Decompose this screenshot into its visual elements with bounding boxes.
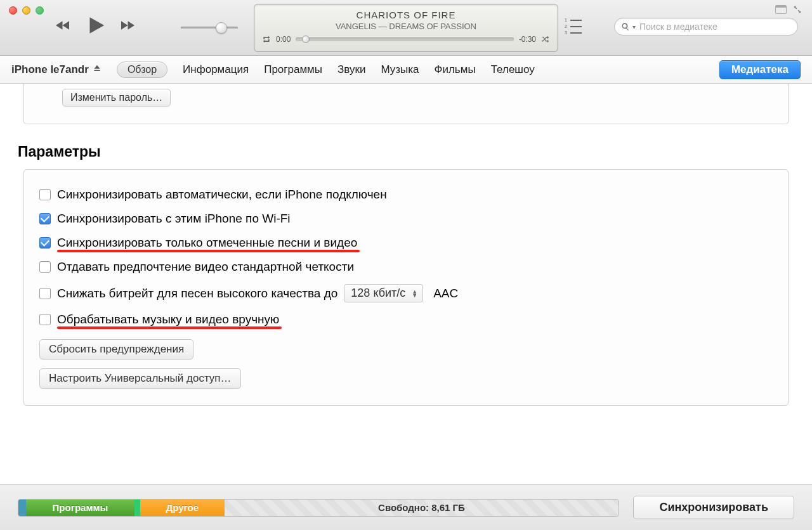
track-subtitle: VANGELIS — DREAMS OF PASSION (262, 22, 550, 31)
scrubber[interactable] (296, 37, 513, 41)
option-row-1: Синхронизировать с этим iPhone по Wi-Fi (39, 207, 773, 231)
volume-slider[interactable] (181, 24, 238, 29)
minimize-window-button[interactable] (22, 6, 30, 15)
option-checkbox-1[interactable] (39, 213, 51, 224)
search-field[interactable]: ▾ (614, 18, 798, 36)
sync-button[interactable]: Синхронизировать (633, 496, 794, 519)
playback-controls (51, 13, 140, 38)
bitrate-codec-label: AAC (433, 287, 458, 301)
search-menu-chevron-icon[interactable]: ▾ (632, 23, 636, 30)
previous-button[interactable] (51, 13, 76, 38)
options-heading: Параметры (18, 143, 794, 160)
time-remaining: -0:30 (519, 35, 536, 44)
option-checkbox-0[interactable] (39, 189, 51, 200)
option-label-3: Отдавать предпочтение видео стандартной … (57, 260, 354, 274)
tab-movies[interactable]: Фильмы (435, 63, 476, 76)
option-label-0: Синхронизировать автоматически, если iPh… (57, 188, 387, 202)
option-checkbox-2[interactable] (39, 237, 51, 249)
tab-summary[interactable]: Обзор (117, 61, 167, 78)
now-playing-display: CHARIOTS OF FIRE VANGELIS — DREAMS OF PA… (254, 4, 558, 52)
device-tabs: iPhone le7andr Обзор Информация Программ… (0, 56, 812, 84)
option-checkbox-5[interactable] (39, 314, 51, 325)
change-password-button[interactable]: Изменить пароль… (62, 89, 171, 107)
option-row-5: Обрабатывать музыку и видео вручную (39, 307, 773, 332)
tab-info[interactable]: Информация (183, 63, 249, 76)
option-label-4: Снижать битрейт для песен высокого качес… (57, 287, 337, 301)
capacity-seg-misc (134, 500, 140, 516)
eject-button[interactable] (93, 63, 102, 76)
option-label-1: Синхронизировать с этим iPhone по Wi-Fi (57, 212, 291, 226)
options-panel: Синхронизировать автоматически, если iPh… (23, 169, 789, 406)
next-button[interactable] (114, 13, 140, 38)
track-title: CHARIOTS OF FIRE (262, 10, 550, 20)
capacity-seg-audio (18, 500, 26, 516)
backup-panel-tail: Изменить пароль… (23, 84, 789, 124)
universal-access-button[interactable]: Настроить Универсальный доступ… (39, 368, 241, 389)
window-controls (9, 6, 44, 15)
capacity-bar: Программы Другое Свободно: 8,61 ГБ (18, 499, 619, 517)
repeat-icon[interactable] (262, 35, 271, 44)
bitrate-select[interactable]: 128 кбит/с▲▼ (344, 284, 423, 302)
miniplayer-button[interactable] (775, 5, 787, 14)
option-row-3: Отдавать предпочтение видео стандартной … (39, 255, 773, 279)
library-button[interactable]: Медиатека (719, 60, 801, 79)
time-elapsed: 0:00 (276, 35, 291, 44)
reset-warnings-button[interactable]: Сбросить предупреждения (39, 339, 193, 359)
tab-tvshows[interactable]: Телешоу (491, 63, 535, 76)
device-name: iPhone le7andr (11, 63, 102, 76)
title-bar: CHARIOTS OF FIRE VANGELIS — DREAMS OF PA… (0, 0, 812, 56)
bottom-bar: Программы Другое Свободно: 8,61 ГБ Синхр… (0, 484, 812, 530)
option-row-2: Синхронизировать только отмеченные песни… (39, 231, 773, 255)
fullscreen-button[interactable] (790, 5, 804, 14)
option-checkbox-4[interactable] (39, 288, 51, 299)
option-row-0: Синхронизировать автоматически, если iPh… (39, 183, 773, 207)
capacity-seg-free: Свободно: 8,61 ГБ (225, 500, 619, 516)
zoom-window-button[interactable] (36, 6, 44, 15)
capacity-seg-other: Другое (140, 500, 224, 516)
option-checkbox-3[interactable] (39, 261, 51, 273)
search-icon (621, 22, 630, 31)
main-content: Изменить пароль… Параметры Синхронизиров… (0, 84, 812, 484)
tab-music[interactable]: Музыка (381, 63, 419, 76)
tab-tones[interactable]: Звуки (337, 63, 365, 76)
up-next-button[interactable]: 1 2 3 (565, 18, 582, 35)
option-label-5: Обрабатывать музыку и видео вручную (57, 313, 279, 326)
capacity-seg-apps: Программы (26, 500, 134, 516)
close-window-button[interactable] (9, 6, 17, 15)
option-row-4: Снижать битрейт для песен высокого качес… (39, 279, 773, 307)
tab-apps[interactable]: Программы (264, 63, 322, 76)
search-input[interactable] (639, 22, 791, 32)
option-label-2: Синхронизировать только отмеченные песни… (57, 236, 357, 250)
shuffle-icon[interactable] (541, 35, 550, 44)
play-button[interactable] (80, 13, 110, 38)
